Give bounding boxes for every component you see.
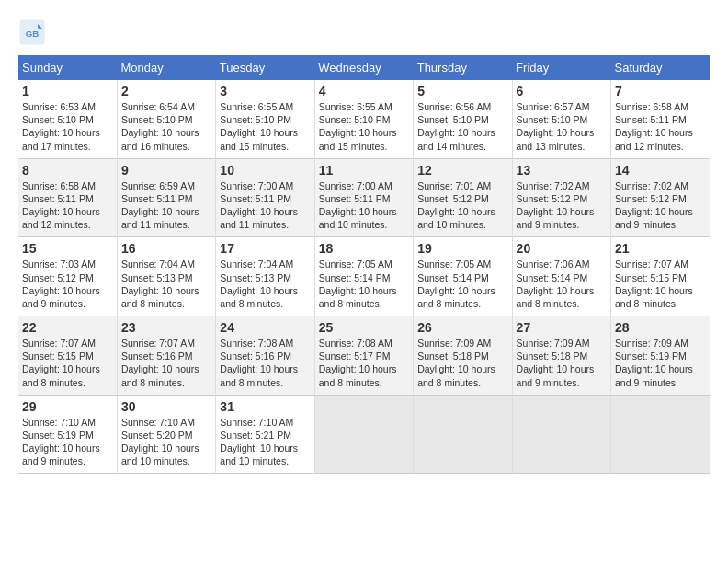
day-number: 28 bbox=[615, 320, 706, 335]
day-info: Sunrise: 6:58 AM Sunset: 5:11 PM Dayligh… bbox=[22, 179, 113, 232]
day-number: 24 bbox=[220, 320, 310, 335]
day-number: 25 bbox=[319, 320, 409, 335]
day-info: Sunrise: 7:09 AM Sunset: 5:19 PM Dayligh… bbox=[615, 337, 706, 389]
day-number: 31 bbox=[220, 399, 310, 414]
calendar-week-row: 22Sunrise: 7:07 AM Sunset: 5:15 PM Dayli… bbox=[18, 316, 710, 396]
day-number: 17 bbox=[220, 241, 310, 256]
weekday-header-monday: Monday bbox=[117, 55, 215, 80]
day-info: Sunrise: 6:56 AM Sunset: 5:10 PM Dayligh… bbox=[417, 100, 507, 153]
calendar-day-cell: 11Sunrise: 7:00 AM Sunset: 5:11 PM Dayli… bbox=[314, 158, 413, 237]
calendar-week-row: 1Sunrise: 6:53 AM Sunset: 5:10 PM Daylig… bbox=[18, 80, 710, 158]
day-info: Sunrise: 6:55 AM Sunset: 5:10 PM Dayligh… bbox=[220, 100, 310, 153]
day-number: 9 bbox=[121, 163, 211, 178]
logo-icon: GB bbox=[18, 18, 46, 46]
calendar-day-cell: 25Sunrise: 7:08 AM Sunset: 5:17 PM Dayli… bbox=[314, 316, 413, 396]
day-number: 1 bbox=[22, 84, 113, 98]
day-number: 23 bbox=[121, 320, 211, 335]
calendar-day-cell: 28Sunrise: 7:09 AM Sunset: 5:19 PM Dayli… bbox=[611, 316, 710, 396]
calendar-day-cell: 7Sunrise: 6:58 AM Sunset: 5:11 PM Daylig… bbox=[611, 80, 710, 158]
day-info: Sunrise: 7:04 AM Sunset: 5:13 PM Dayligh… bbox=[220, 258, 310, 310]
calendar-day-cell: 6Sunrise: 6:57 AM Sunset: 5:10 PM Daylig… bbox=[512, 80, 610, 158]
calendar-day-cell: 31Sunrise: 7:10 AM Sunset: 5:21 PM Dayli… bbox=[216, 395, 314, 474]
day-info: Sunrise: 7:10 AM Sunset: 5:20 PM Dayligh… bbox=[121, 416, 211, 468]
calendar-day-cell: 23Sunrise: 7:07 AM Sunset: 5:16 PM Dayli… bbox=[117, 316, 215, 396]
calendar-day-cell bbox=[314, 395, 413, 474]
day-number: 5 bbox=[417, 84, 507, 98]
weekday-header-row: SundayMondayTuesdayWednesdayThursdayFrid… bbox=[18, 55, 710, 80]
calendar-day-cell bbox=[512, 395, 610, 474]
weekday-header-thursday: Thursday bbox=[414, 55, 512, 80]
day-info: Sunrise: 7:03 AM Sunset: 5:12 PM Dayligh… bbox=[22, 258, 113, 310]
day-number: 8 bbox=[22, 163, 113, 178]
weekday-header-wednesday: Wednesday bbox=[314, 55, 413, 80]
day-info: Sunrise: 6:53 AM Sunset: 5:10 PM Dayligh… bbox=[22, 100, 113, 153]
day-number: 13 bbox=[517, 163, 607, 178]
day-info: Sunrise: 7:00 AM Sunset: 5:11 PM Dayligh… bbox=[319, 179, 409, 232]
day-info: Sunrise: 7:10 AM Sunset: 5:21 PM Dayligh… bbox=[220, 416, 310, 468]
calendar-day-cell bbox=[611, 395, 710, 474]
day-number: 26 bbox=[417, 320, 507, 335]
calendar-day-cell: 1Sunrise: 6:53 AM Sunset: 5:10 PM Daylig… bbox=[18, 80, 117, 158]
day-number: 16 bbox=[121, 241, 211, 256]
calendar-day-cell: 29Sunrise: 7:10 AM Sunset: 5:19 PM Dayli… bbox=[18, 395, 117, 474]
calendar-day-cell: 17Sunrise: 7:04 AM Sunset: 5:13 PM Dayli… bbox=[216, 237, 314, 316]
calendar-day-cell: 15Sunrise: 7:03 AM Sunset: 5:12 PM Dayli… bbox=[18, 237, 117, 316]
calendar-week-row: 29Sunrise: 7:10 AM Sunset: 5:19 PM Dayli… bbox=[18, 395, 710, 474]
day-info: Sunrise: 7:00 AM Sunset: 5:11 PM Dayligh… bbox=[220, 179, 310, 232]
day-number: 18 bbox=[319, 241, 409, 256]
day-number: 11 bbox=[319, 163, 409, 178]
calendar-table: SundayMondayTuesdayWednesdayThursdayFrid… bbox=[18, 55, 710, 474]
day-info: Sunrise: 6:57 AM Sunset: 5:10 PM Dayligh… bbox=[517, 100, 607, 153]
day-number: 7 bbox=[615, 84, 706, 98]
day-info: Sunrise: 7:02 AM Sunset: 5:12 PM Dayligh… bbox=[517, 179, 607, 232]
day-number: 14 bbox=[615, 163, 706, 178]
day-info: Sunrise: 7:10 AM Sunset: 5:19 PM Dayligh… bbox=[22, 416, 113, 468]
calendar-day-cell: 20Sunrise: 7:06 AM Sunset: 5:14 PM Dayli… bbox=[512, 237, 610, 316]
logo: GB bbox=[18, 18, 50, 46]
calendar-day-cell: 24Sunrise: 7:08 AM Sunset: 5:16 PM Dayli… bbox=[216, 316, 314, 396]
calendar-day-cell: 3Sunrise: 6:55 AM Sunset: 5:10 PM Daylig… bbox=[216, 80, 314, 158]
day-info: Sunrise: 7:07 AM Sunset: 5:16 PM Dayligh… bbox=[121, 337, 211, 389]
day-number: 3 bbox=[220, 84, 310, 98]
calendar-day-cell: 14Sunrise: 7:02 AM Sunset: 5:12 PM Dayli… bbox=[611, 158, 710, 237]
calendar-day-cell: 12Sunrise: 7:01 AM Sunset: 5:12 PM Dayli… bbox=[414, 158, 512, 237]
day-info: Sunrise: 6:55 AM Sunset: 5:10 PM Dayligh… bbox=[319, 100, 409, 153]
calendar-day-cell: 22Sunrise: 7:07 AM Sunset: 5:15 PM Dayli… bbox=[18, 316, 117, 396]
day-info: Sunrise: 6:54 AM Sunset: 5:10 PM Dayligh… bbox=[121, 100, 211, 153]
calendar-day-cell bbox=[414, 395, 512, 474]
day-number: 15 bbox=[22, 241, 113, 256]
day-number: 21 bbox=[615, 241, 706, 256]
calendar-week-row: 8Sunrise: 6:58 AM Sunset: 5:11 PM Daylig… bbox=[18, 158, 710, 237]
calendar-day-cell: 16Sunrise: 7:04 AM Sunset: 5:13 PM Dayli… bbox=[117, 237, 215, 316]
weekday-header-friday: Friday bbox=[512, 55, 610, 80]
day-info: Sunrise: 6:58 AM Sunset: 5:11 PM Dayligh… bbox=[615, 100, 706, 153]
day-number: 10 bbox=[220, 163, 310, 178]
day-info: Sunrise: 6:59 AM Sunset: 5:11 PM Dayligh… bbox=[121, 179, 211, 232]
calendar-day-cell: 4Sunrise: 6:55 AM Sunset: 5:10 PM Daylig… bbox=[314, 80, 413, 158]
day-number: 12 bbox=[417, 163, 507, 178]
day-info: Sunrise: 7:01 AM Sunset: 5:12 PM Dayligh… bbox=[417, 179, 507, 232]
calendar-day-cell: 9Sunrise: 6:59 AM Sunset: 5:11 PM Daylig… bbox=[117, 158, 215, 237]
day-info: Sunrise: 7:09 AM Sunset: 5:18 PM Dayligh… bbox=[417, 337, 507, 389]
day-info: Sunrise: 7:02 AM Sunset: 5:12 PM Dayligh… bbox=[615, 179, 706, 232]
day-number: 22 bbox=[22, 320, 113, 335]
day-number: 27 bbox=[517, 320, 607, 335]
day-info: Sunrise: 7:07 AM Sunset: 5:15 PM Dayligh… bbox=[615, 258, 706, 310]
page-header: GB bbox=[18, 18, 710, 46]
calendar-day-cell: 30Sunrise: 7:10 AM Sunset: 5:20 PM Dayli… bbox=[117, 395, 215, 474]
day-number: 20 bbox=[517, 241, 607, 256]
day-info: Sunrise: 7:05 AM Sunset: 5:14 PM Dayligh… bbox=[417, 258, 507, 310]
day-number: 4 bbox=[319, 84, 409, 98]
day-number: 30 bbox=[121, 399, 211, 414]
calendar-day-cell: 13Sunrise: 7:02 AM Sunset: 5:12 PM Dayli… bbox=[512, 158, 610, 237]
day-number: 6 bbox=[517, 84, 607, 98]
calendar-day-cell: 19Sunrise: 7:05 AM Sunset: 5:14 PM Dayli… bbox=[414, 237, 512, 316]
day-info: Sunrise: 7:08 AM Sunset: 5:16 PM Dayligh… bbox=[220, 337, 310, 389]
calendar-week-row: 15Sunrise: 7:03 AM Sunset: 5:12 PM Dayli… bbox=[18, 237, 710, 316]
day-number: 29 bbox=[22, 399, 113, 414]
day-info: Sunrise: 7:09 AM Sunset: 5:18 PM Dayligh… bbox=[517, 337, 607, 389]
day-info: Sunrise: 7:05 AM Sunset: 5:14 PM Dayligh… bbox=[319, 258, 409, 310]
weekday-header-saturday: Saturday bbox=[611, 55, 710, 80]
calendar-day-cell: 5Sunrise: 6:56 AM Sunset: 5:10 PM Daylig… bbox=[414, 80, 512, 158]
weekday-header-tuesday: Tuesday bbox=[216, 55, 314, 80]
